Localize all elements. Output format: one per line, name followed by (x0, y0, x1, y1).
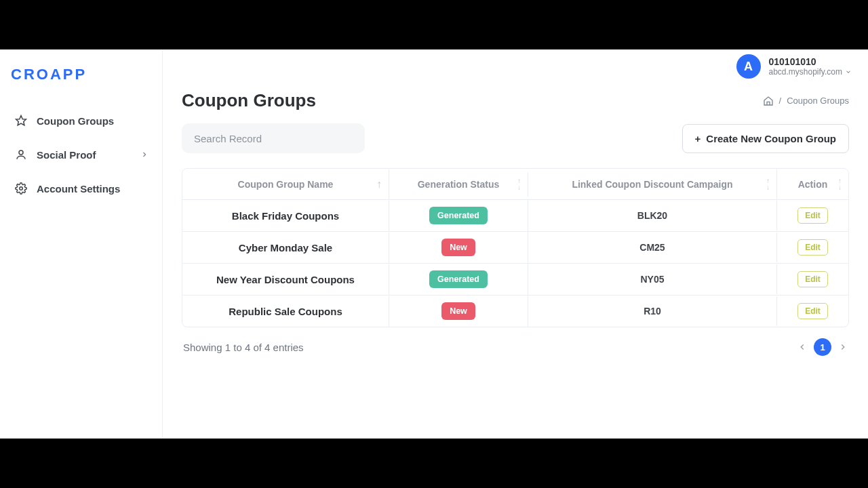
status-badge: Generated (429, 270, 488, 288)
cell-action: Edit (777, 201, 848, 230)
sidebar-item-label: Social Proof (37, 149, 96, 161)
status-badge: New (441, 239, 475, 256)
sort-icon: ↑ (376, 179, 382, 190)
cell-linked: R10 (528, 296, 777, 326)
table-row: New Year Discount CouponsGeneratedNY05Ed… (182, 264, 848, 296)
pager-prev[interactable] (797, 342, 807, 352)
plus-icon: + (695, 133, 701, 144)
gear-icon (14, 181, 28, 196)
edit-button[interactable]: Edit (797, 271, 828, 287)
edit-button[interactable]: Edit (797, 239, 828, 256)
pager-next[interactable] (838, 342, 848, 352)
cell-action: Edit (777, 264, 848, 294)
sidebar-item-account-settings[interactable]: Account Settings (0, 171, 162, 205)
cell-status: Generated (389, 200, 528, 231)
user-icon (14, 147, 28, 162)
sidebar: CROAPP Coupon Groups Social Proof (0, 49, 163, 439)
sort-icon: ↑↓ (838, 178, 842, 190)
table-row: Republic Sale CouponsNewR10Edit (182, 296, 848, 327)
nav: Coupon Groups Social Proof Account Setti… (0, 97, 162, 212)
avatar: A (736, 54, 761, 79)
breadcrumb-current: Coupon Groups (787, 96, 849, 106)
cell-name: Republic Sale Coupons (182, 296, 389, 327)
svg-marker-0 (16, 116, 26, 125)
page-title: Coupon Groups (182, 90, 316, 111)
coupon-groups-table: Coupon Group Name ↑ Generation Status ↑↓… (182, 168, 849, 327)
cell-action: Edit (777, 232, 848, 262)
main: A 010101010 abcd.myshopify.com Coupon Gr… (163, 49, 868, 439)
svg-point-1 (19, 150, 23, 155)
home-icon[interactable] (763, 96, 774, 106)
th-action[interactable]: Action ↑↓ (777, 172, 848, 197)
cell-name: Black Friday Coupons (182, 201, 389, 231)
entries-text: Showing 1 to 4 of 4 entries (183, 342, 304, 353)
table-row: Black Friday CouponsGeneratedBLK20Edit (182, 200, 848, 232)
breadcrumb-sep: / (779, 96, 782, 106)
search-wrap (182, 123, 365, 153)
table-header: Coupon Group Name ↑ Generation Status ↑↓… (182, 169, 848, 200)
cell-name: Cyber Monday Sale (182, 232, 389, 263)
sidebar-item-coupon-groups[interactable]: Coupon Groups (0, 104, 162, 138)
edit-button[interactable]: Edit (797, 303, 828, 319)
sidebar-item-social-proof[interactable]: Social Proof (0, 138, 162, 171)
account-domain: abcd.myshopify.com (769, 67, 852, 77)
pager-page[interactable]: 1 (814, 338, 831, 356)
edit-button[interactable]: Edit (797, 207, 828, 224)
th-name[interactable]: Coupon Group Name ↑ (182, 169, 389, 199)
table-row: Cyber Monday SaleNewCM25Edit (182, 232, 848, 264)
cell-status: New (389, 296, 528, 327)
cell-linked: CM25 (528, 232, 777, 262)
cell-linked: BLK20 (528, 201, 777, 230)
cell-status: New (389, 232, 528, 263)
sort-icon: ↑↓ (766, 178, 770, 190)
account-name: 010101010 (769, 56, 852, 67)
status-badge: Generated (429, 207, 488, 224)
cell-status: Generated (389, 264, 528, 295)
cell-name: New Year Discount Coupons (182, 264, 389, 295)
chevron-right-icon (140, 150, 149, 159)
th-status[interactable]: Generation Status ↑↓ (389, 172, 528, 197)
cell-action: Edit (777, 296, 848, 326)
svg-point-2 (20, 187, 23, 190)
search-input[interactable] (194, 133, 353, 144)
create-coupon-group-button[interactable]: + Create New Coupon Group (682, 124, 849, 153)
sidebar-item-label: Coupon Groups (37, 115, 114, 127)
th-linked[interactable]: Linked Coupon Discount Campaign ↑↓ (528, 169, 777, 199)
chevron-down-icon (845, 68, 852, 75)
create-button-label: Create New Coupon Group (706, 133, 836, 144)
star-icon (14, 113, 28, 128)
breadcrumb: / Coupon Groups (763, 96, 849, 106)
cell-linked: NY05 (528, 264, 777, 294)
sidebar-item-label: Account Settings (37, 183, 120, 195)
status-badge: New (441, 302, 475, 320)
sort-icon: ↑↓ (517, 178, 521, 190)
account-switcher[interactable]: A 010101010 abcd.myshopify.com (736, 54, 852, 79)
topbar: A 010101010 abcd.myshopify.com (163, 49, 868, 83)
brand-logo: CROAPP (0, 49, 162, 97)
pager: 1 (797, 338, 848, 356)
